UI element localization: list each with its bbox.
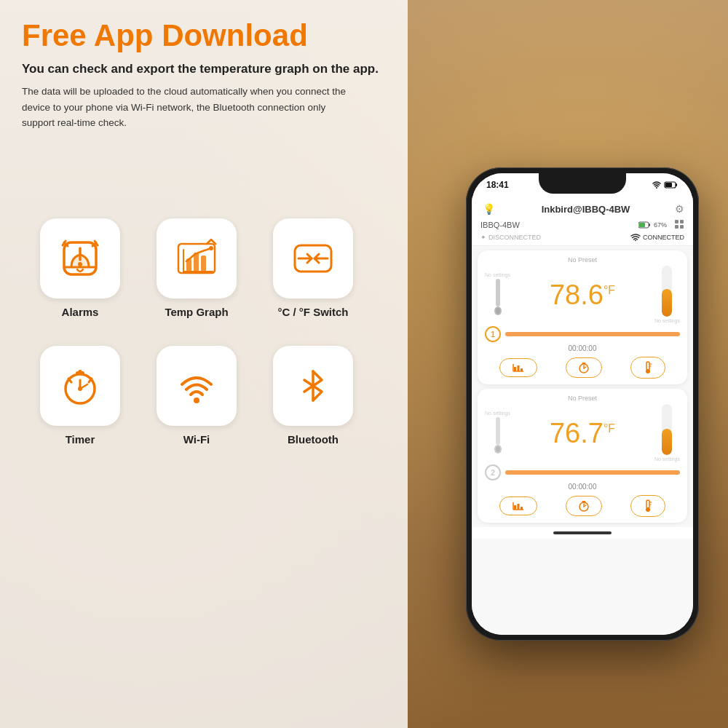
- svg-point-37: [635, 240, 636, 242]
- probe-card-2: No Preset No settings 76: [478, 389, 687, 523]
- light-icon[interactable]: 💡: [480, 201, 496, 217]
- svg-point-26: [656, 187, 657, 189]
- temp-value-1: 78.6°F: [550, 280, 615, 310]
- bluetooth-label: Bluetooth: [288, 433, 339, 446]
- svg-rect-45: [521, 368, 523, 371]
- alarm-icon: [58, 237, 102, 280]
- progress-bar-2: [505, 470, 680, 475]
- alarm-icon-box: [40, 218, 120, 298]
- ibbq-label: IBBQ-4BW: [480, 221, 520, 229]
- phone-mockup: 18:41: [459, 167, 706, 641]
- temp-btn-icon-2: [643, 499, 653, 513]
- temp-bar-2: [662, 404, 672, 455]
- svg-point-24: [194, 397, 199, 403]
- no-preset-2: No Preset: [485, 395, 680, 402]
- temp-btn-icon-1: [643, 361, 653, 374]
- probe-1-main: No settings 78.6°F: [485, 266, 680, 323]
- temp-btn-2[interactable]: [630, 495, 665, 517]
- probe-stick-2: [493, 417, 503, 455]
- svg-rect-32: [639, 223, 645, 227]
- no-settings-top-2: No settings: [485, 411, 510, 416]
- status-time: 18:41: [486, 180, 509, 190]
- status-icons: [652, 181, 678, 189]
- probe-number-1: 1: [485, 326, 501, 342]
- gear-icon[interactable]: ⚙: [675, 203, 684, 215]
- feature-alarms: Alarms: [29, 218, 131, 335]
- probe-1-icon: No settings: [485, 272, 510, 317]
- svg-rect-54: [496, 417, 500, 445]
- svg-rect-65: [582, 501, 585, 502]
- temp-graph-icon: [175, 237, 218, 280]
- bluetooth-icon-box: [273, 346, 353, 426]
- temp-switch-label: °C / °F Switch: [277, 306, 348, 318]
- svg-rect-61: [521, 507, 523, 510]
- device-name: Inkbird@IBBQ-4BW: [496, 204, 675, 215]
- svg-rect-28: [676, 183, 677, 186]
- svg-point-40: [496, 308, 500, 314]
- bluetooth-icon: [291, 364, 335, 408]
- probe-number-row-2: 2: [485, 464, 680, 480]
- app-battery-icon: [638, 221, 652, 229]
- feature-bluetooth: Bluetooth: [262, 346, 364, 462]
- feature-wifi: Wi-Fi: [146, 346, 248, 462]
- feature-temp-graph: Temp Graph: [146, 218, 248, 335]
- features-grid: Alarms Temp Graph: [29, 218, 364, 462]
- svg-rect-59: [514, 505, 516, 510]
- probe-2-bar: No settings: [654, 404, 680, 462]
- timer-label: Timer: [66, 433, 95, 446]
- probe-2-main: No settings 76.7°F: [485, 404, 680, 462]
- status-wifi-icon: [652, 181, 661, 189]
- connected-label: CONNECTED: [643, 234, 684, 241]
- app-content: 💡 Inkbird@IBBQ-4BW ⚙ IBBQ-4BW 67%: [472, 197, 693, 635]
- description: The data will be uploaded to the cloud a…: [22, 84, 357, 131]
- graph-btn-1[interactable]: [499, 358, 537, 377]
- temp-num-1: 78.6: [550, 280, 604, 310]
- status-battery-icon: [664, 181, 678, 189]
- svg-rect-60: [517, 504, 519, 510]
- temp-num-2: 76.7: [550, 418, 604, 448]
- svg-rect-31: [649, 223, 650, 226]
- timer-icon: [58, 364, 102, 408]
- timer-btn-icon-1: [578, 362, 590, 373]
- battery-area: 67%: [638, 221, 667, 229]
- graph-btn-icon-1: [512, 363, 525, 373]
- wifi-icon-box: [157, 346, 237, 426]
- temp-switch-icon: [291, 237, 335, 280]
- temp-bar-fill-1: [662, 289, 672, 317]
- disconnected-label: DISCONNECTED: [488, 234, 541, 241]
- svg-rect-66: [646, 500, 649, 508]
- home-indicator: [472, 527, 693, 539]
- probe-1-bar: No settings: [654, 266, 680, 323]
- temp-bar-1: [662, 266, 672, 317]
- graph-btn-2[interactable]: [499, 496, 537, 515]
- timer-btn-1[interactable]: [566, 357, 602, 378]
- subtitle: You can check and export the temperature…: [22, 62, 386, 76]
- timer-icon-box: [40, 346, 120, 426]
- temp-value-2: 76.7°F: [550, 418, 615, 448]
- app-header-row3: ✦ DISCONNECTED CONNECTED: [480, 234, 684, 241]
- temp-bar-fill-2: [662, 429, 672, 455]
- action-buttons-2: [485, 495, 680, 517]
- temp-btn-1[interactable]: [630, 357, 665, 379]
- svg-point-51: [646, 369, 650, 373]
- grid-icon[interactable]: [674, 219, 684, 231]
- timer-btn-icon-2: [578, 500, 590, 512]
- phone-inner: 18:41: [472, 173, 693, 635]
- time-display-2: 00:00:00: [485, 483, 680, 491]
- probe-1-temp: 78.6°F: [516, 281, 649, 309]
- svg-point-56: [496, 446, 500, 452]
- svg-rect-11: [201, 256, 206, 272]
- app-header-row2: IBBQ-4BW 67%: [480, 219, 684, 231]
- app-header: 💡 Inkbird@IBBQ-4BW ⚙ IBBQ-4BW 67%: [472, 197, 693, 246]
- wifi-label: Wi-Fi: [183, 433, 210, 446]
- star-icon: ✦: [480, 234, 486, 241]
- connected-status: CONNECTED: [630, 234, 684, 241]
- home-indicator-bar: [553, 531, 612, 534]
- timer-btn-2[interactable]: [566, 496, 602, 516]
- svg-rect-35: [675, 225, 678, 229]
- svg-rect-21: [79, 370, 82, 374]
- svg-rect-34: [680, 220, 684, 223]
- svg-rect-38: [496, 279, 500, 306]
- probe-number-2: 2: [485, 464, 501, 480]
- graph-btn-icon-2: [512, 501, 525, 511]
